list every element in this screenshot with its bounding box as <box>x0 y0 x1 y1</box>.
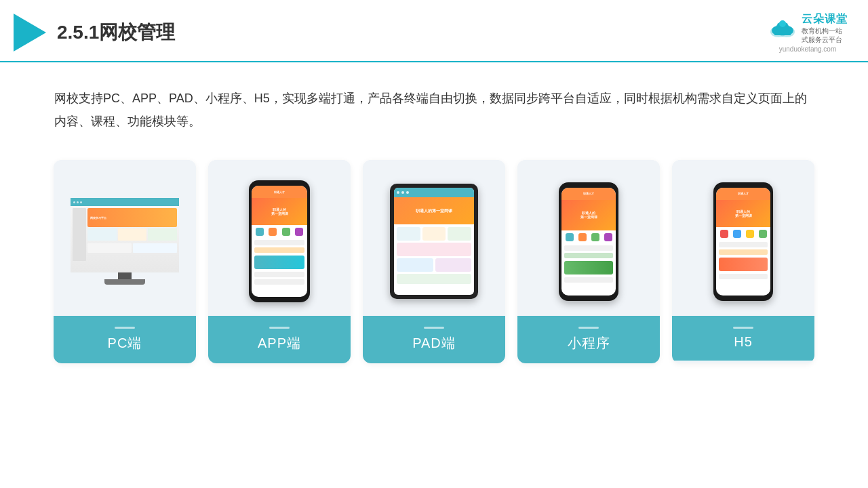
device-phone-app: 职通人才 职通人的第一堂网课 <box>249 180 310 302</box>
device-phone-h5: 职通人才 职通人的第一堂网课 <box>713 182 773 301</box>
cards-container: 网校学习平台 <box>0 146 868 377</box>
svg-point-7 <box>779 20 786 27</box>
card-app-image: 职通人才 职通人的第一堂网课 <box>208 160 351 316</box>
brand-name: 云朵课堂 <box>802 12 848 26</box>
card-h5-image: 职通人才 职通人的第一堂网课 <box>672 160 814 316</box>
cloud-icon <box>768 18 797 39</box>
device-phone-miniapp: 职通人才 职通人的第一堂网课 <box>559 182 618 301</box>
page-header: 2.5.1网校管理 云朵课堂 教育机构一站式服务云平台 yunduoketang… <box>0 0 868 62</box>
card-miniapp-image: 职通人才 职通人的第一堂网课 <box>517 160 660 316</box>
card-app: 职通人才 职通人的第一堂网课 <box>208 160 351 363</box>
device-tablet: 职通人的第一堂网课 <box>390 184 478 299</box>
page-title: 2.5.1网校管理 <box>57 20 175 45</box>
card-pc-image: 网校学习平台 <box>54 160 196 316</box>
brand-url: yunduoketang.com <box>779 45 837 53</box>
card-h5-label: H5 <box>672 316 814 361</box>
pc-monitor: 网校学习平台 <box>71 198 179 272</box>
brand-tagline: 教育机构一站式服务云平台 <box>802 26 842 44</box>
brand-text-block: 云朵课堂 教育机构一站式服务云平台 <box>802 12 848 44</box>
card-pad-image: 职通人的第一堂网课 <box>363 160 505 316</box>
description-text: 网校支持PC、APP、PAD、小程序、H5，实现多端打通，产品各终端自由切换，数… <box>0 62 868 146</box>
pc-screen-content: 网校学习平台 <box>71 198 179 272</box>
card-h5: 职通人才 职通人的第一堂网课 <box>672 160 814 363</box>
card-miniapp-label: 小程序 <box>517 316 660 363</box>
card-pc-label: PC端 <box>54 316 196 363</box>
device-pc: 网校学习平台 <box>71 198 179 285</box>
card-pc: 网校学习平台 <box>54 160 196 363</box>
svg-rect-6 <box>774 30 791 35</box>
brand-logo: 云朵课堂 教育机构一站式服务云平台 <box>768 12 848 44</box>
header-left: 2.5.1网校管理 <box>14 14 175 52</box>
card-app-label: APP端 <box>208 316 351 363</box>
card-miniapp: 职通人才 职通人的第一堂网课 <box>517 160 660 363</box>
card-pad: 职通人的第一堂网课 <box>363 160 505 363</box>
card-pad-label: PAD端 <box>363 316 505 363</box>
logo-triangle <box>14 14 46 52</box>
header-right: 云朵课堂 教育机构一站式服务云平台 yunduoketang.com <box>768 12 848 53</box>
